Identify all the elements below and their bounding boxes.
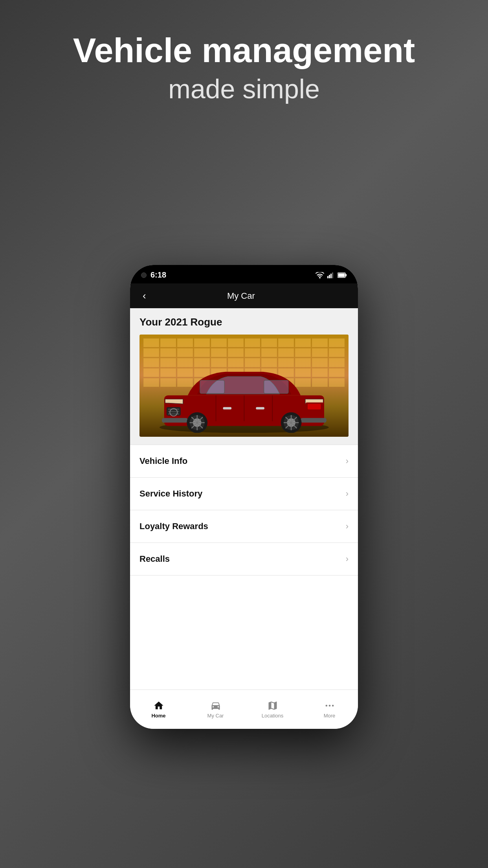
car-icon	[210, 700, 221, 711]
status-icons	[316, 272, 347, 278]
recalls-label: Recalls	[139, 554, 170, 564]
battery-icon	[338, 272, 347, 278]
content-spacer	[130, 576, 358, 690]
status-bar: 6:18	[130, 265, 358, 283]
svg-point-44	[332, 705, 334, 707]
svg-rect-5	[345, 274, 347, 276]
tab-home-label: Home	[151, 713, 165, 719]
tab-bar: Home My Car Locations More	[130, 690, 358, 729]
svg-rect-14	[223, 407, 231, 409]
window	[228, 338, 244, 347]
svg-rect-23	[308, 404, 321, 409]
navigation-bar: ‹ My Car	[130, 283, 358, 308]
svg-rect-3	[332, 272, 333, 278]
svg-rect-25	[301, 418, 327, 423]
main-content: Your 2021 Rogue	[130, 308, 358, 690]
window	[245, 338, 261, 347]
svg-rect-10	[264, 380, 288, 394]
back-button[interactable]: ‹	[139, 288, 149, 303]
status-time: 6:18	[150, 270, 166, 280]
home-icon	[153, 700, 164, 711]
chevron-right-icon: ›	[346, 554, 349, 564]
status-left: 6:18	[141, 270, 166, 280]
window	[160, 338, 176, 347]
svg-rect-9	[200, 380, 224, 394]
window	[295, 338, 311, 347]
map-icon	[267, 700, 278, 711]
service-history-label: Service History	[139, 489, 202, 499]
window	[278, 338, 294, 347]
menu-item-loyalty-rewards[interactable]: Loyalty Rewards ›	[130, 510, 358, 543]
phone-screen: 6:18	[130, 265, 358, 729]
window	[312, 338, 328, 347]
chevron-right-icon: ›	[346, 521, 349, 531]
menu-item-service-history[interactable]: Service History ›	[130, 478, 358, 510]
car-card: Your 2021 Rogue	[130, 308, 358, 445]
menu-list: Vehicle Info › Service History › Loyalty…	[130, 445, 358, 576]
svg-rect-24	[162, 418, 188, 423]
tab-locations-label: Locations	[262, 713, 284, 719]
svg-rect-15	[256, 407, 264, 409]
tab-home[interactable]: Home	[130, 690, 187, 729]
tab-my-car[interactable]: My Car	[187, 690, 244, 729]
svg-point-43	[328, 705, 330, 707]
chevron-right-icon: ›	[346, 489, 349, 499]
signal-icon	[327, 272, 334, 278]
phone-frame: 6:18	[130, 265, 358, 729]
svg-rect-6	[338, 273, 345, 277]
bg-subtitle: made simple	[168, 74, 320, 104]
svg-rect-1	[329, 275, 330, 278]
tab-more-label: More	[324, 713, 336, 719]
vehicle-info-label: Vehicle Info	[139, 456, 187, 466]
bg-title: Vehicle management	[73, 31, 415, 70]
car-card-title: Your 2021 Rogue	[139, 316, 349, 328]
menu-item-vehicle-info[interactable]: Vehicle Info ›	[130, 445, 358, 478]
more-dots-icon	[324, 700, 335, 711]
menu-item-recalls[interactable]: Recalls ›	[130, 543, 358, 576]
tab-locations[interactable]: Locations	[244, 690, 301, 729]
car-svg	[150, 348, 338, 433]
nav-title: My Car	[149, 291, 333, 301]
window	[143, 338, 159, 347]
svg-point-42	[325, 705, 327, 707]
tab-my-car-label: My Car	[207, 713, 224, 719]
camera-icon	[141, 272, 147, 278]
chevron-right-icon: ›	[346, 456, 349, 466]
tab-more[interactable]: More	[301, 690, 358, 729]
svg-rect-2	[330, 274, 332, 278]
svg-rect-0	[327, 276, 328, 278]
wifi-icon	[316, 272, 324, 278]
svg-rect-20	[168, 413, 179, 415]
loyalty-rewards-label: Loyalty Rewards	[139, 521, 208, 531]
card-spacing	[139, 437, 349, 445]
window	[329, 338, 345, 347]
window	[177, 338, 193, 347]
window	[261, 338, 277, 347]
window	[211, 338, 227, 347]
window	[194, 338, 210, 347]
car-image	[139, 335, 349, 437]
